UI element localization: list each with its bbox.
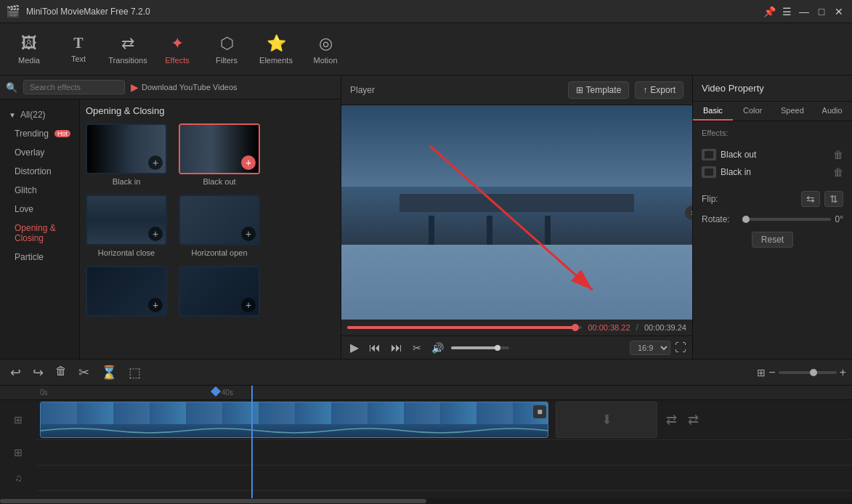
volume-btn[interactable]: 🔊 bbox=[429, 341, 447, 355]
zoom-out-btn[interactable]: − bbox=[768, 366, 775, 379]
title-bar: 🎬 MiniTool MovieMaker Free 7.2.0 📌 ☰ — □… bbox=[0, 0, 852, 23]
cat-glitch[interactable]: Glitch bbox=[0, 181, 79, 200]
effect-black-out-thumb: + bbox=[179, 123, 260, 174]
video-track-controls: ⊞ bbox=[0, 400, 36, 439]
cut-btn[interactable]: ✂ bbox=[410, 341, 424, 355]
tab-color[interactable]: Color bbox=[733, 102, 773, 121]
undo-btn[interactable]: ↩ bbox=[6, 363, 25, 382]
download-icon-1[interactable]: ⬇ bbox=[601, 412, 612, 428]
effect-black-in[interactable]: + Black in bbox=[86, 123, 167, 186]
restore-btn[interactable]: □ bbox=[814, 4, 829, 19]
pin-btn[interactable]: 📌 bbox=[762, 4, 776, 19]
video-property-panel: Video Property Basic Color Speed Audio E… bbox=[692, 76, 852, 359]
toolbar-elements[interactable]: ⭐ Elements bbox=[253, 28, 299, 71]
reset-btn[interactable]: Reset bbox=[752, 232, 793, 248]
h-open-add-btn[interactable]: + bbox=[241, 227, 256, 241]
timeline-toolbar-left: ↩ ↪ 🗑 ✂ ⌛ ⬚ bbox=[6, 363, 145, 382]
toolbar-transitions[interactable]: ⇄ Transitions bbox=[105, 28, 151, 71]
video-property-title: Video Property bbox=[693, 76, 852, 102]
skip-back-btn[interactable]: ⏮ bbox=[366, 340, 384, 356]
toolbar-media[interactable]: 🖼 Media bbox=[6, 28, 52, 71]
crop-btn[interactable]: ⬚ bbox=[124, 363, 145, 382]
effects-section: Effects: Black out 🗑 bbox=[702, 129, 843, 181]
toolbar-motion[interactable]: ◎ Motion bbox=[302, 28, 349, 71]
main-video-clip[interactable]: ■ ✕ bbox=[40, 402, 548, 438]
volume-slider[interactable] bbox=[451, 346, 509, 349]
cat-love-label: Love bbox=[15, 204, 33, 214]
audio-track-controls: ⊞ bbox=[0, 440, 36, 465]
video-track-icon: ⊞ bbox=[14, 414, 23, 426]
tab-basic[interactable]: Basic bbox=[693, 102, 733, 121]
yt-download-btn[interactable]: ▶ Download YouTube Videos bbox=[131, 81, 238, 93]
search-input[interactable] bbox=[23, 80, 125, 94]
delete-clip-btn[interactable]: 🗑 bbox=[51, 363, 71, 382]
template-btn[interactable]: ⊞ Template bbox=[568, 81, 630, 99]
black-in-add-btn[interactable]: + bbox=[148, 155, 163, 170]
zoom-in-btn[interactable]: + bbox=[840, 366, 846, 379]
flip-v-btn[interactable]: ⇅ bbox=[824, 191, 843, 207]
ripple-btn[interactable]: ⌛ bbox=[97, 363, 121, 382]
progress-bar[interactable] bbox=[347, 326, 582, 329]
export-btn[interactable]: ↑ Export bbox=[635, 81, 683, 99]
rotate-thumb[interactable] bbox=[742, 216, 750, 223]
effect-5[interactable]: + bbox=[86, 266, 167, 320]
flip-h-btn[interactable]: ⇆ bbox=[801, 191, 820, 207]
skip-forward-btn[interactable]: ⏭ bbox=[388, 340, 405, 356]
delete-effect-2-btn[interactable]: 🗑 bbox=[833, 166, 843, 178]
effect-5-add-btn[interactable]: + bbox=[148, 298, 163, 312]
black-out-name: Black out bbox=[203, 177, 235, 186]
effect-6[interactable]: + bbox=[179, 266, 260, 320]
ruler-playhead-pos bbox=[215, 386, 216, 399]
aspect-ratio-select[interactable]: 16:9 9:16 4:3 1:1 bbox=[630, 341, 670, 355]
black-out-add-btn[interactable]: + bbox=[241, 155, 256, 170]
cat-all[interactable]: ▼ All(22) bbox=[0, 105, 79, 124]
effects-label: Effects: bbox=[702, 129, 728, 137]
timeline-scrollbar[interactable] bbox=[0, 498, 852, 504]
redo-btn[interactable]: ↪ bbox=[28, 363, 48, 382]
swap-icon-2[interactable]: ⇄ bbox=[688, 412, 699, 428]
transitions-label: Transitions bbox=[108, 56, 147, 65]
h-close-add-btn[interactable]: + bbox=[148, 227, 163, 241]
cat-particle-label: Particle bbox=[15, 252, 44, 262]
cat-opening-closing[interactable]: Opening & Closing bbox=[0, 219, 79, 248]
split-btn[interactable]: ✂ bbox=[74, 363, 94, 382]
prop-effect-black-out: Black out 🗑 bbox=[702, 146, 843, 163]
toolbar-filters[interactable]: ⬡ Filters bbox=[203, 28, 250, 71]
cat-trending[interactable]: Trending Hot bbox=[0, 124, 79, 143]
motion-label: Motion bbox=[313, 56, 337, 65]
toolbar-text[interactable]: T Text bbox=[55, 28, 102, 71]
section-title: Opening & Closing bbox=[86, 105, 335, 116]
close-btn[interactable]: ✕ bbox=[832, 4, 846, 19]
scrollbar-thumb[interactable] bbox=[0, 499, 426, 503]
fullscreen-btn[interactable]: ⛶ bbox=[675, 341, 686, 354]
cat-overlay[interactable]: Overlay bbox=[0, 143, 79, 162]
cat-love[interactable]: Love bbox=[0, 200, 79, 219]
zoom-slider[interactable] bbox=[779, 371, 837, 374]
tab-audio[interactable]: Audio bbox=[812, 102, 852, 121]
h-close-name: Horizontal close bbox=[98, 248, 155, 257]
panel-body: ▼ All(22) Trending Hot Overlay Distortio… bbox=[0, 99, 341, 359]
toolbar-effects[interactable]: ✦ Effects bbox=[154, 28, 200, 71]
cat-distortion[interactable]: Distortion bbox=[0, 162, 79, 181]
cat-particle[interactable]: Particle bbox=[0, 248, 79, 267]
play-btn[interactable]: ▶ bbox=[347, 339, 362, 356]
progress-thumb[interactable] bbox=[572, 324, 579, 331]
volume-thumb[interactable] bbox=[495, 345, 500, 351]
swap-icon-1[interactable]: ⇄ bbox=[666, 412, 677, 428]
rotate-label: Rotate: bbox=[702, 214, 738, 224]
effect-h-close[interactable]: + Horizontal close bbox=[86, 195, 167, 257]
effect-sq-inner-1 bbox=[705, 151, 713, 158]
minimize-btn[interactable]: — bbox=[797, 4, 811, 19]
cat-trending-label: Trending bbox=[15, 129, 49, 139]
effect-h-open[interactable]: + Horizontal open bbox=[179, 195, 260, 257]
effect-black-out[interactable]: + Black out bbox=[179, 123, 260, 186]
zoom-fit-btn[interactable]: ⊞ bbox=[757, 367, 766, 378]
delete-effect-1-btn[interactable]: 🗑 bbox=[833, 149, 843, 160]
tab-speed[interactable]: Speed bbox=[773, 102, 813, 121]
rotate-slider[interactable] bbox=[742, 218, 831, 221]
flip-row: Flip: ⇆ ⇅ bbox=[702, 191, 843, 207]
effect-6-add-btn[interactable]: + bbox=[241, 298, 256, 312]
menu-btn[interactable]: ☰ bbox=[779, 4, 794, 19]
clip-end-x-btn[interactable]: ✕ bbox=[548, 413, 548, 426]
zoom-thumb[interactable] bbox=[810, 369, 817, 376]
